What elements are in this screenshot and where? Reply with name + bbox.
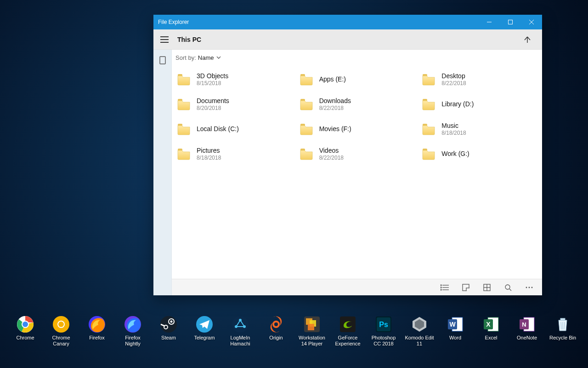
photoshop-icon: Ps <box>375 316 392 333</box>
dock-item-hamachi[interactable]: LogMeIn Hamachi <box>226 316 255 346</box>
dock-item-firefox-nightly[interactable]: Firefox Nightly <box>118 316 147 346</box>
view-tiles-button[interactable] <box>459 281 472 294</box>
dock-item-recycle[interactable]: Recycle Bin <box>548 316 577 346</box>
onenote-icon: N <box>518 316 536 333</box>
firefox-nightly-icon <box>124 316 141 333</box>
item-name: Local Disk (C:) <box>197 125 239 133</box>
folder-item[interactable]: Pictures8/18/2018 <box>174 142 293 167</box>
dock-item-excel[interactable]: XExcel <box>476 316 506 346</box>
dock-item-onenote[interactable]: NOneNote <box>512 316 542 346</box>
sidebar <box>153 50 172 295</box>
titlebar[interactable]: File Explorer <box>153 15 542 29</box>
item-date: 8/22/2018 <box>441 80 466 87</box>
dock-label: Origin <box>269 335 283 341</box>
item-date: 8/18/2018 <box>441 130 466 137</box>
item-date: 8/18/2018 <box>197 155 221 161</box>
dock-item-canary[interactable]: Chrome Canary <box>46 316 76 346</box>
folder-icon <box>421 97 436 112</box>
telegram-icon <box>196 316 213 333</box>
folder-item[interactable]: Local Disk (C:) <box>174 117 293 142</box>
folder-item[interactable]: Work (G:) <box>418 142 537 167</box>
view-grid-button[interactable] <box>481 281 493 294</box>
more-button[interactable] <box>523 281 536 294</box>
folder-item[interactable]: Library (D:) <box>418 92 537 117</box>
toolbar: This PC <box>153 29 542 50</box>
firefox-icon <box>88 316 106 333</box>
folder-item[interactable]: Downloads8/22/2018 <box>296 92 415 117</box>
dock-item-geforce[interactable]: GeForce Experience <box>333 316 362 346</box>
svg-point-34 <box>170 321 173 323</box>
dock-item-chrome[interactable]: Chrome <box>11 316 40 346</box>
sidebar-pc-icon[interactable] <box>153 53 172 67</box>
svg-point-26 <box>23 322 28 327</box>
folder-item[interactable]: Videos8/22/2018 <box>296 142 415 167</box>
item-name: Movies (F:) <box>319 125 351 133</box>
item-name: 3D Objects <box>197 72 228 80</box>
dock-item-telegram[interactable]: Telegram <box>190 316 219 346</box>
item-date: 8/15/2018 <box>197 80 228 87</box>
folder-icon <box>176 122 191 137</box>
dock-label: Firefox <box>89 335 105 341</box>
svg-rect-1 <box>509 20 513 24</box>
canary-icon <box>52 316 70 333</box>
dock-label: Workstation 14 Player <box>299 335 325 346</box>
dock-item-firefox[interactable]: Firefox <box>82 316 112 346</box>
chrome-icon <box>17 316 34 333</box>
folder-icon <box>299 122 314 137</box>
svg-point-32 <box>160 316 177 333</box>
svg-rect-7 <box>160 57 165 64</box>
maximize-button[interactable] <box>500 15 521 29</box>
svg-point-29 <box>58 322 64 327</box>
folder-item[interactable]: Desktop8/22/2018 <box>418 67 537 92</box>
location-breadcrumb[interactable]: This PC <box>175 36 518 43</box>
dock-label: GeForce Experience <box>335 335 360 346</box>
window-title: File Explorer <box>158 19 479 25</box>
up-button[interactable] <box>518 29 537 49</box>
folder-icon <box>299 147 314 161</box>
dock-label: Word <box>449 335 461 341</box>
item-name: Videos <box>319 147 344 155</box>
close-button[interactable] <box>521 15 542 29</box>
folder-icon <box>176 97 191 112</box>
item-name: Work (G:) <box>441 150 469 158</box>
origin-icon <box>267 316 285 333</box>
svg-point-22 <box>529 287 530 288</box>
svg-text:N: N <box>522 321 526 328</box>
sort-label: Sort by: <box>175 54 196 61</box>
sort-control[interactable]: Sort by: Name <box>172 50 542 65</box>
svg-rect-15 <box>466 288 469 291</box>
item-date: 8/22/2018 <box>319 155 344 161</box>
folder-item[interactable]: 3D Objects8/15/2018 <box>174 67 293 92</box>
search-button[interactable] <box>502 281 514 294</box>
dock-item-word[interactable]: WWord <box>441 316 470 346</box>
dock-item-photoshop[interactable]: PsPhotoshop CC 2018 <box>369 316 398 346</box>
dock-item-komodo[interactable]: Komodo Edit 11 <box>405 316 434 346</box>
dock-label: Firefox Nightly <box>125 335 141 346</box>
folder-item[interactable]: Documents8/20/2018 <box>174 92 293 117</box>
item-name: Pictures <box>197 147 221 155</box>
dock-item-vmware[interactable]: Workstation 14 Player <box>297 316 327 346</box>
view-list-button[interactable] <box>438 281 451 294</box>
item-date: 8/22/2018 <box>319 105 351 112</box>
folder-item[interactable]: Movies (F:) <box>296 117 415 142</box>
hamburger-button[interactable] <box>153 29 175 49</box>
dock-label: Photoshop CC 2018 <box>372 335 396 346</box>
dock-item-steam[interactable]: Steam <box>154 316 183 346</box>
folder-item[interactable]: Apps (E:) <box>296 67 415 92</box>
svg-line-20 <box>509 289 511 291</box>
folder-item[interactable]: Music8/18/2018 <box>418 117 537 142</box>
main-panel: Sort by: Name 3D Objects8/15/2018Apps (E… <box>172 50 542 295</box>
dock-label: Telegram <box>194 335 215 341</box>
svg-rect-46 <box>340 316 356 332</box>
steam-icon <box>160 316 177 333</box>
chevron-down-icon <box>216 56 221 59</box>
geforce-icon <box>339 316 356 333</box>
svg-rect-61 <box>560 318 565 320</box>
dock-label: OneNote <box>517 335 537 341</box>
dock-item-origin[interactable]: Origin <box>261 316 291 346</box>
dock-label: LogMeIn Hamachi <box>230 335 250 346</box>
komodo-icon <box>411 316 428 333</box>
svg-point-11 <box>441 285 441 286</box>
minimize-button[interactable] <box>479 15 500 29</box>
items-grid: 3D Objects8/15/2018Apps (E:)Desktop8/22/… <box>172 65 542 279</box>
